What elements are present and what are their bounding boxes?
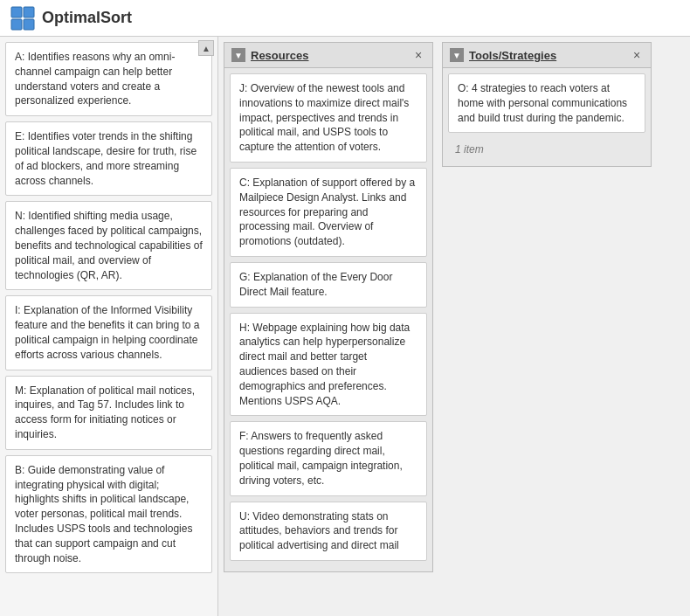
- category-close-btn-resources[interactable]: ×: [411, 48, 425, 62]
- categories-area: ▼Resources×J: Overview of the newest too…: [218, 37, 690, 616]
- svg-rect-0: [11, 7, 22, 17]
- unsorted-item[interactable]: E: Identifies voter trends in the shifti…: [5, 121, 212, 196]
- category-col-tools_strategies: ▼Tools/Strategies×O: 4 strategies to rea…: [442, 42, 652, 167]
- unsorted-item[interactable]: N: Identified shifting media usage, chal…: [5, 201, 212, 290]
- category-body-tools_strategies: O: 4 strategies to reach voters at home …: [443, 68, 651, 166]
- unsorted-item[interactable]: M: Explanation of political mail notices…: [5, 376, 212, 450]
- unsorted-item[interactable]: I: Explanation of the Informed Visibilit…: [5, 295, 212, 370]
- category-item[interactable]: J: Overview of the newest tools and inno…: [230, 73, 427, 163]
- category-item[interactable]: C: Explanation of support offered by a M…: [230, 168, 427, 257]
- category-header-resources: ▼Resources×: [224, 43, 432, 68]
- svg-rect-1: [24, 7, 34, 17]
- category-title-tools_strategies: Tools/Strategies: [469, 49, 630, 62]
- category-body-resources: J: Overview of the newest tools and inno…: [224, 68, 432, 571]
- category-close-btn-tools_strategies[interactable]: ×: [630, 48, 644, 62]
- category-item[interactable]: G: Explanation of the Every Door Direct …: [230, 262, 427, 308]
- unsorted-scroll-area[interactable]: A: Identifies reasons why an omni-channe…: [0, 37, 217, 616]
- category-item-count-tools_strategies: 1 item: [448, 138, 645, 161]
- unsorted-panel: ▲ A: Identifies reasons why an omni-chan…: [0, 37, 218, 616]
- app-header: OptimalSort: [0, 0, 690, 37]
- category-collapse-btn-tools_strategies[interactable]: ▼: [450, 48, 464, 62]
- category-item[interactable]: H: Webpage explaining how big data analy…: [230, 313, 427, 417]
- unsorted-item[interactable]: B: Guide demonstrating value of integrat…: [5, 455, 212, 574]
- svg-rect-2: [11, 19, 22, 30]
- category-item[interactable]: F: Answers to frequently asked questions…: [230, 421, 427, 495]
- category-col-resources: ▼Resources×J: Overview of the newest too…: [224, 42, 433, 572]
- unsorted-item[interactable]: A: Identifies reasons why an omni-channe…: [5, 42, 212, 116]
- logo-container: OptimalSort: [10, 6, 132, 31]
- category-item[interactable]: U: Video demonstrating stats on attitude…: [230, 502, 427, 561]
- category-title-resources: Resources: [251, 49, 411, 62]
- app-logo-icon: [10, 6, 35, 31]
- scroll-up-button[interactable]: ▲: [198, 40, 214, 56]
- main-content: ▲ A: Identifies reasons why an omni-chan…: [0, 37, 690, 616]
- svg-rect-3: [24, 19, 34, 30]
- category-collapse-btn-resources[interactable]: ▼: [231, 48, 245, 62]
- category-header-tools_strategies: ▼Tools/Strategies×: [443, 43, 651, 68]
- app-title: OptimalSort: [42, 9, 132, 27]
- category-item[interactable]: O: 4 strategies to reach voters at home …: [448, 73, 645, 133]
